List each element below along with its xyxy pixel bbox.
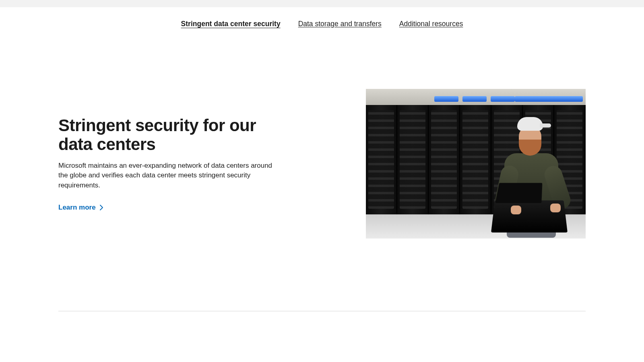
section-divider xyxy=(58,311,586,311)
section-tabs: Stringent data center security Data stor… xyxy=(0,7,644,41)
hero-heading: Stringent security for our data centers xyxy=(58,116,284,154)
hero-section: Stringent security for our data centers … xyxy=(58,41,586,239)
learn-more-label: Learn more xyxy=(58,204,96,212)
hero-text-column: Stringent security for our data centers … xyxy=(58,116,284,212)
chevron-right-icon xyxy=(99,205,104,210)
tab-data-storage-and-transfers[interactable]: Data storage and transfers xyxy=(298,19,382,29)
learn-more-link[interactable]: Learn more xyxy=(58,204,104,212)
hero-image xyxy=(366,89,586,239)
hero-body: Microsoft maintains an ever-expanding ne… xyxy=(58,161,274,191)
tab-additional-resources[interactable]: Additional resources xyxy=(399,19,463,29)
tab-stringent-data-center-security[interactable]: Stringent data center security xyxy=(181,19,281,29)
top-strip xyxy=(0,0,644,7)
datacenter-illustration xyxy=(366,89,586,239)
